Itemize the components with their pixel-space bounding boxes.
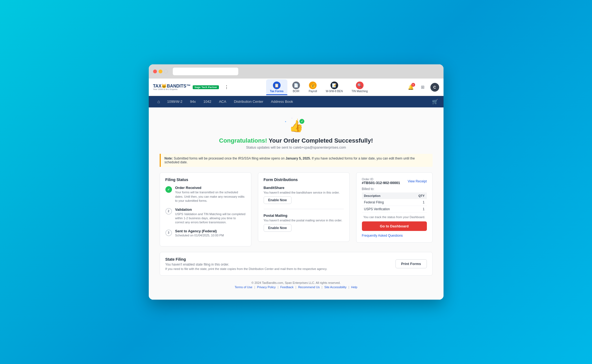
tin-icon: 🔍 xyxy=(356,82,364,89)
faq-link[interactable]: Frequently Asked Questions xyxy=(362,234,427,237)
sage-badge: Sage Tech Partner xyxy=(193,85,219,89)
tab-tax-forms[interactable]: 📋 Tax Forms xyxy=(266,79,287,95)
notification-bell[interactable]: 🔔 1 xyxy=(406,83,415,92)
note-banner: Note: Submitted forms will be processed … xyxy=(160,154,433,167)
nav-94x[interactable]: 94x xyxy=(186,96,200,107)
payroll-icon: 💰 xyxy=(309,82,317,89)
step3-content: Sent to Agency (Federal) Scheduled on 01… xyxy=(175,229,224,237)
tax-forms-icon: 📋 xyxy=(273,82,281,89)
three-col-layout: Filing Status ✓ Order Received Your form… xyxy=(160,172,433,246)
state-filing-section: State Filing You haven't enabled state f… xyxy=(160,252,433,276)
boir-icon: 📄 xyxy=(292,82,300,89)
congrats-subtitle: Status updates will be sent to caleb+cpa… xyxy=(160,145,433,149)
step3-name: Sent to Agency (Federal) xyxy=(175,229,224,233)
footer-privacy[interactable]: Privacy Policy xyxy=(257,285,276,289)
form-distributions-title: Form Distributions xyxy=(264,178,344,182)
nav-1042[interactable]: 1042 xyxy=(200,96,215,107)
go-to-dashboard-button[interactable]: Go to Dashboard xyxy=(362,221,427,231)
postal-mailing-enable-button[interactable]: Enable Now xyxy=(264,224,291,232)
banditshare-card: BanditShare You haven't enabled the band… xyxy=(264,186,344,204)
footer-copyright: © 2024 TaxBandits.com, Span Enterprises … xyxy=(160,281,433,284)
footer-help[interactable]: Help xyxy=(351,285,358,289)
congrats-highlight: Congratulations! xyxy=(219,137,267,144)
filing-status-title: Filing Status xyxy=(165,178,246,182)
footer-feedback[interactable]: Feedback xyxy=(280,285,293,289)
browser-chrome xyxy=(149,64,444,79)
payroll-label: Payroll xyxy=(309,90,317,93)
more-menu[interactable]: ⋮ xyxy=(224,85,229,90)
deco-dot-2: • xyxy=(292,117,292,119)
browser-window: TAX🐱BANDITS™ Your 1099 & W-2 Experts Sag… xyxy=(149,64,444,299)
postal-mailing-desc: You haven't enabled the postal mailing s… xyxy=(264,219,344,222)
order-header: Order ID #TBS01-312-902-00001 View Recei… xyxy=(362,178,427,185)
banditshare-enable-button[interactable]: Enable Now xyxy=(264,196,291,204)
step2-name: Validation xyxy=(175,207,246,212)
view-receipt-link[interactable]: View Receipt xyxy=(408,179,427,183)
divider xyxy=(264,209,344,209)
tab-boir[interactable]: 📄 BOIR xyxy=(288,79,304,95)
top-navbar: TAX🐱BANDITS™ Your 1099 & W-2 Experts Sag… xyxy=(149,79,444,96)
postal-mailing-card: Postal Mailing You haven't enabled the p… xyxy=(264,213,344,232)
step3-icon: 3 xyxy=(165,230,172,236)
tab-tin-matching[interactable]: 🔍 TIN Matching xyxy=(348,79,371,95)
step2-content: Validation USPS Validation and TIN Match… xyxy=(175,207,246,225)
footer-terms[interactable]: Terms of Use xyxy=(235,285,252,289)
step-order-received: ✓ Order Received Your forms will be tran… xyxy=(165,186,246,203)
grid-menu[interactable]: ⊞ xyxy=(418,83,427,92)
note-text: Submitted forms will be processed once t… xyxy=(173,157,285,160)
congrats-title: Congratulations! Your Order Completed Su… xyxy=(160,137,433,144)
print-forms-button[interactable]: Print Forms xyxy=(395,259,427,268)
track-note: You can track the status from your Dashb… xyxy=(362,215,427,219)
minimize-dot[interactable] xyxy=(159,70,162,73)
order-id-value: #TBS01-312-902-00001 xyxy=(362,181,400,185)
nav-distribution-center[interactable]: Distribution Center xyxy=(230,96,267,107)
logo-area: TAX🐱BANDITS™ Your 1099 & W-2 Experts Sag… xyxy=(153,84,219,91)
nav-aca[interactable]: ACA xyxy=(215,96,230,107)
step1-content: Order Received Your forms will be transm… xyxy=(175,186,246,203)
main-content: 👍 ✓ ✦ • ✦ Congratulations! Your Order Co… xyxy=(149,107,444,299)
filing-status-panel: Filing Status ✓ Order Received Your form… xyxy=(160,172,251,246)
state-filing-title: State Filing xyxy=(165,257,328,261)
nav-address-book[interactable]: Address Book xyxy=(267,96,297,107)
step2-desc: USPS Validation and TIN Matching will be… xyxy=(175,212,246,225)
w9-icon: 📝 xyxy=(331,82,338,89)
address-bar[interactable] xyxy=(173,68,238,75)
step1-name: Order Received xyxy=(175,186,246,190)
tab-w9-w8ben[interactable]: 📝 W-9/W-8 BEN xyxy=(322,79,346,95)
more-icon: ⋮ xyxy=(224,85,229,89)
maximize-dot[interactable] xyxy=(164,70,168,73)
step-sent-to-agency: 3 Sent to Agency (Federal) Scheduled on … xyxy=(165,229,246,237)
billing-row-2: USPS Verification 1 xyxy=(362,206,427,213)
billing-table: Description QTY Federal Filing 1 USPS Ve… xyxy=(362,192,427,213)
tab-payroll[interactable]: 💰 Payroll xyxy=(305,79,321,95)
secondary-nav: ⌂ 1099/W-2 94x 1042 ACA Distribution Cen… xyxy=(149,96,444,107)
footer-accessibility[interactable]: Site Accessibility xyxy=(324,285,346,289)
step1-desc: Your forms will be transmitted on the sc… xyxy=(175,190,246,203)
check-badge: ✓ xyxy=(299,119,304,124)
notification-badge: 1 xyxy=(411,83,415,87)
state-filing-note: If you need to file with the state, prin… xyxy=(165,267,328,270)
user-avatar[interactable]: C xyxy=(430,83,439,92)
order-id-label: Order ID xyxy=(362,178,400,181)
congrats-rest: Your Order Completed Successfully! xyxy=(267,137,373,144)
note-prefix: Note: xyxy=(165,157,173,160)
app-content: TAX🐱BANDITS™ Your 1099 & W-2 Experts Sag… xyxy=(149,79,444,299)
step2-icon: 2 xyxy=(165,208,172,215)
nav-1099-w2[interactable]: 1099/W-2 xyxy=(163,96,186,107)
browser-dots xyxy=(153,70,168,73)
step-validation: 2 Validation USPS Validation and TIN Mat… xyxy=(165,207,246,225)
col-description-header: Description xyxy=(362,192,410,199)
cart-icon[interactable]: 🛒 xyxy=(432,99,438,105)
postal-mailing-title: Postal Mailing xyxy=(264,213,344,218)
deco-dot-3: ✦ xyxy=(297,118,298,121)
nav-right: 🔔 1 ⊞ C xyxy=(406,83,439,92)
congrats-section: 👍 ✓ ✦ • ✦ Congratulations! Your Order Co… xyxy=(160,114,433,154)
nav-home[interactable]: ⌂ xyxy=(154,99,163,104)
step1-icon: ✓ xyxy=(165,186,172,193)
footer-links: Terms of Use | Privacy Policy | Feedback… xyxy=(160,285,433,289)
form-distributions-panel: Form Distributions BanditShare You haven… xyxy=(258,172,350,242)
close-dot[interactable] xyxy=(153,70,157,73)
w9-label: W-9/W-8 BEN xyxy=(326,90,343,93)
footer-recommend[interactable]: Recommend Us xyxy=(298,285,320,289)
footer: © 2024 TaxBandits.com, Span Enterprises … xyxy=(160,276,433,293)
